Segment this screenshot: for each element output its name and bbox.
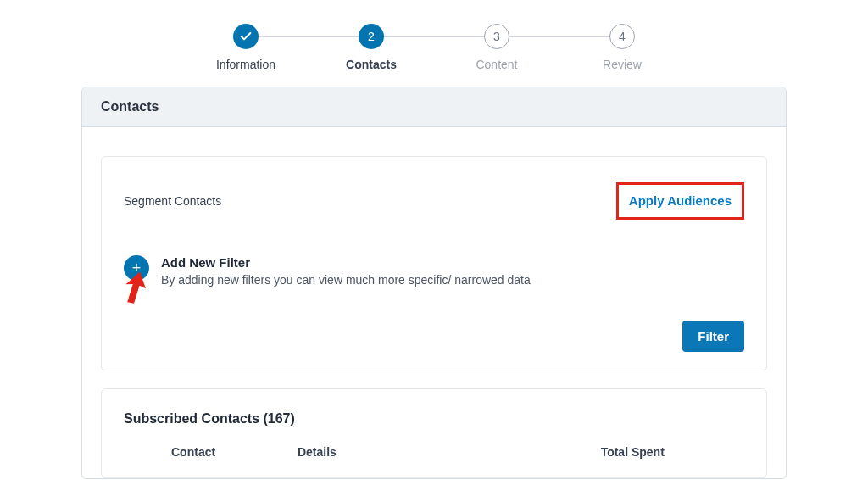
segment-header-row: Segment Contacts Apply Audiences	[124, 182, 744, 220]
contacts-panel: Contacts Segment Contacts Apply Audience…	[81, 87, 787, 479]
filter-button-row: Filter	[124, 321, 744, 352]
step-label: Review	[603, 58, 642, 71]
add-filter-row[interactable]: + Add New Filter By adding new filters y…	[124, 255, 744, 287]
filter-button[interactable]: Filter	[682, 321, 744, 352]
apply-audiences-link[interactable]: Apply Audiences	[629, 193, 732, 208]
step-circle-done	[233, 24, 259, 49]
segment-card: Segment Contacts Apply Audiences + Add N…	[101, 156, 767, 371]
column-details: Details	[298, 445, 521, 459]
step-connector	[259, 36, 359, 37]
step-review[interactable]: 4 Review	[559, 24, 685, 71]
step-label: Content	[476, 58, 517, 71]
check-icon	[239, 30, 253, 43]
step-label: Contacts	[346, 58, 397, 71]
plus-icon[interactable]: +	[124, 255, 149, 281]
panel-title: Contacts	[82, 87, 786, 127]
column-contact: Contact	[124, 445, 298, 459]
subscribed-card: Subscribed Contacts (167) Contact Detail…	[101, 388, 767, 478]
add-filter-description: By adding new filters you can view much …	[161, 273, 531, 287]
step-content[interactable]: 3 Content	[434, 24, 559, 71]
apply-audiences-highlight: Apply Audiences	[616, 182, 744, 220]
segment-title: Segment Contacts	[124, 194, 221, 208]
step-connector	[384, 36, 484, 37]
add-filter-title: Add New Filter	[161, 255, 531, 270]
step-label: Information	[216, 58, 275, 71]
column-total-spent: Total Spent	[520, 445, 744, 459]
step-circle-pending: 4	[609, 24, 635, 49]
step-connector	[509, 36, 609, 37]
step-information[interactable]: Information	[183, 24, 309, 71]
step-contacts[interactable]: 2 Contacts	[309, 24, 434, 71]
subscribed-title: Subscribed Contacts (167)	[124, 411, 744, 427]
step-circle-active: 2	[359, 24, 384, 49]
stepper: Information 2 Contacts 3 Content 4 Revie…	[0, 0, 868, 87]
add-filter-texts: Add New Filter By adding new filters you…	[161, 255, 531, 287]
step-circle-pending: 3	[484, 24, 509, 49]
table-header: Contact Details Total Spent	[124, 445, 744, 469]
